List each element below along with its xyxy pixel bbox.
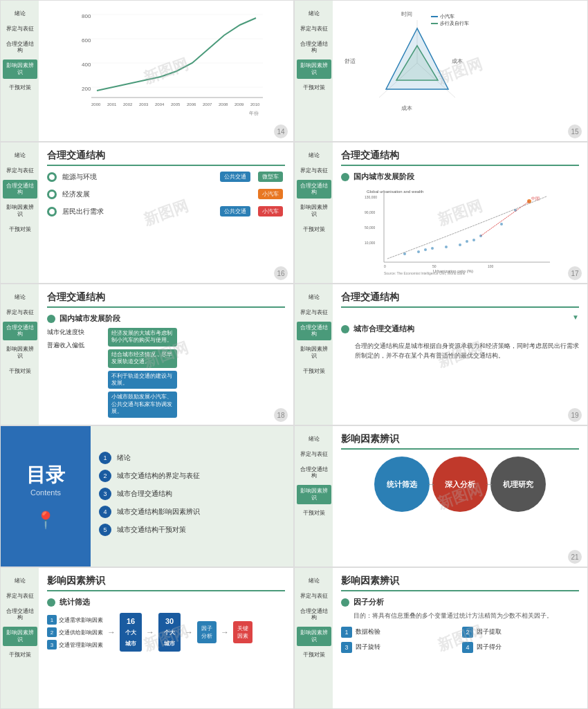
svg-text:Source: The Economist Intellig: Source: The Economist Intelligence Unit;… [384,271,466,275]
mulu-right: 1 绪论 2 城市交通结构的界定与表征 3 城市合理交通结构 4 城市交通结构影… [91,426,293,567]
sidebar-item-16-1[interactable]: 绪论 [3,149,37,162]
slide-title-22: 影响因素辨识 [47,575,285,591]
factor-text-23-1: 数据检验 [356,627,380,636]
sub-dot-19 [341,325,349,333]
sidebar-item-19-4[interactable]: 影响因素辨识 [297,343,331,362]
sidebar-item-23-1[interactable]: 绪论 [297,575,331,587]
sidebar-item-15-3[interactable]: 合理交通结构 [297,38,331,57]
sidebar-item-23-4[interactable]: 影响因素辨识 [297,627,331,646]
factor-text-3: 交通管理影响因素 [59,641,103,649]
tag-private-car: 小汽车 [258,206,283,217]
sidebar-item-14-3[interactable]: 合理交通结构 [3,38,37,57]
sidebar-15: 绪论 界定与表征 合理交通结构 影响因素辨识 干预对策 [295,1,333,141]
sidebar-item-18-3[interactable]: 合理交通结构 [3,322,37,341]
sidebar-23: 绪论 界定与表征 合理交通结构 影响因素辨识 干预对策 [295,568,333,708]
sidebar-item-22-4[interactable]: 影响因素辨识 [3,627,37,646]
mulu-item-2: 2 城市交通结构的界定与表征 [99,470,285,482]
mulu-left: 目录 Contents 📍 [1,426,91,567]
sidebar-item-15-2[interactable]: 界定与表征 [297,23,331,35]
tag-public-transport-3: 公共交通 [220,206,250,217]
arrow-1: → [426,479,436,490]
factor-num-23-3: 3 [341,642,352,653]
sidebar-item-23-2[interactable]: 界定与表征 [297,590,331,602]
factor-item-23-4: 4 因子得分 [462,642,579,653]
sidebar-item-19-2[interactable]: 界定与表征 [297,306,331,319]
factor-grid-23: 1 数据检验 2 因子提取 3 因子旋转 4 因子得分 [341,627,579,653]
svg-rect-29 [431,16,438,17]
sidebar-item-18-4[interactable]: 影响因素辨识 [3,343,37,362]
bubble-2: 结合城市经济情况，尽早发展轨道交通。 [108,349,177,368]
sidebar-item-19-5[interactable]: 干预对策 [297,365,331,378]
svg-text:步行及自行车: 步行及自行车 [440,21,469,26]
sidebar-item-23-5[interactable]: 干预对策 [297,649,331,661]
slide-17: 绪论 界定与表征 合理交通结构 影响因素辨识 干预对策 合理交通结构 国内城市发… [294,142,588,284]
sidebar-item-15-1[interactable]: 绪论 [297,8,331,20]
sidebar-item-23-3[interactable]: 合理交通结构 [297,605,331,625]
sidebar-item-17-4[interactable]: 影响因素辨识 [297,201,331,221]
svg-point-47 [445,246,448,248]
sidebar-item-16-2[interactable]: 界定与表征 [3,165,37,177]
mulu-item-3: 3 城市合理交通结构 [99,488,285,500]
sub-heading-18: 国内城市发展阶段 [47,313,285,324]
sidebar-item-21-1[interactable]: 绪论 [297,433,331,445]
svg-text:2003: 2003 [139,102,149,107]
slide-22: 绪论 界定与表征 合理交通结构 影响因素辨识 干预对策 影响因素辨识 统计筛选 … [0,567,294,709]
sidebar-item-14-5[interactable]: 干预对策 [3,82,37,94]
sidebar-item-22-5[interactable]: 干预对策 [3,649,37,661]
indicator-flow-22: 1 交通需求影响因素 2 交通供给影响因素 3 交通管理影响因素 → 16个大城… [47,613,285,652]
svg-text:100: 100 [488,264,494,268]
svg-point-45 [417,250,420,253]
sidebar-item-14-4[interactable]: 影响因素辨识 [3,59,37,79]
right-col-18: 经济发展的大城市考虑制制小汽车的购买与使用。 结合城市经济情况，尽早发展轨道交通… [108,328,285,418]
sidebar-17: 绪论 界定与表征 合理交通结构 影响因素辨识 干预对策 [295,142,333,283]
main-content-15: 时间 舒适 成本 小汽车 步行及自行车 成本 15 新图网 [333,1,587,141]
svg-text:600: 600 [82,37,91,44]
svg-text:50,000: 50,000 [365,225,376,230]
sidebar-item-21-4[interactable]: 影响因素辨识 [297,485,331,504]
arrow-22-4: → [221,627,229,637]
svg-text:10,000: 10,000 [365,241,376,245]
factor-item-23-3: 3 因子旋转 [341,642,458,653]
sidebar-16: 绪论 界定与表征 合理交通结构 影响因素辨识 干预对策 [1,142,39,283]
main-content-21: 影响因素辨识 统计筛选 → 深入分析 → 机理研究 21 新图网 [333,426,587,567]
line-chart-14: 800 600 400 200 2000 2001 2002 2003 2004… [47,8,285,118]
slide-num-14: 14 [274,125,288,138]
svg-point-52 [472,239,475,241]
sidebar-item-21-2[interactable]: 界定与表征 [297,448,331,461]
sidebar-item-15-5[interactable]: 干预对策 [297,82,331,94]
sidebar-item-18-5[interactable]: 干预对策 [3,365,37,378]
factor-desc-23: 目的：将具有信息重叠的多个变量通过统计方法精简为少数不相关因子。 [353,611,579,621]
sidebar-item-17-1[interactable]: 绪论 [297,149,331,162]
svg-text:800: 800 [82,13,91,19]
sidebar-item-17-2[interactable]: 界定与表征 [297,165,331,177]
svg-text:2002: 2002 [123,102,133,107]
sidebar-item-16-3[interactable]: 合理交通结构 [3,180,37,199]
sidebar-item-17-3[interactable]: 合理交通结构 [297,180,331,199]
factor-list-22: 1 交通需求影响因素 2 交通供给影响因素 3 交通管理影响因素 [47,615,103,650]
sub-heading-22: 统计筛选 [47,597,285,607]
factor-text-23-2: 因子提取 [477,627,502,636]
sidebar-item-18-2[interactable]: 界定与表征 [3,306,37,319]
mulu-sub: Contents [30,488,61,497]
sidebar-item-21-3[interactable]: 合理交通结构 [297,463,331,483]
sidebar-item-15-4[interactable]: 影响因素辨识 [297,59,331,79]
slide-15: 绪论 界定与表征 合理交通结构 影响因素辨识 干预对策 时间 舒适 成本 小汽车… [294,0,588,142]
item-income: 普遍收入偏低 [47,341,102,350]
mulu-item-4: 4 城市交通结构影响因素辨识 [99,506,285,518]
sidebar-item-19-1[interactable]: 绪论 [297,291,331,304]
sidebar-item-16-4[interactable]: 影响因素辨识 [3,201,37,221]
sub-heading-23: 因子分析 [341,597,579,607]
sidebar-item-19-3[interactable]: 合理交通结构 [297,322,331,341]
sidebar-item-22-1[interactable]: 绪论 [3,575,37,587]
sidebar-item-21-5[interactable]: 干预对策 [297,507,331,519]
slide-16: 绪论 界定与表征 合理交通结构 影响因素辨识 干预对策 合理交通结构 能源与环境… [0,142,294,284]
factor-text-1: 交通需求影响因素 [59,616,103,624]
sidebar-item-16-5[interactable]: 干预对策 [3,223,37,236]
sidebar-item-22-3[interactable]: 合理交通结构 [3,605,37,625]
sidebar-item-18-1[interactable]: 绪论 [3,291,37,304]
sidebar-item-14-2[interactable]: 界定与表征 [3,23,37,35]
factor-text-23-3: 因子旋转 [356,643,380,652]
sidebar-item-17-5[interactable]: 干预对策 [297,223,331,236]
sidebar-item-14-1[interactable]: 绪论 [3,8,37,20]
sidebar-item-22-2[interactable]: 界定与表征 [3,590,37,602]
